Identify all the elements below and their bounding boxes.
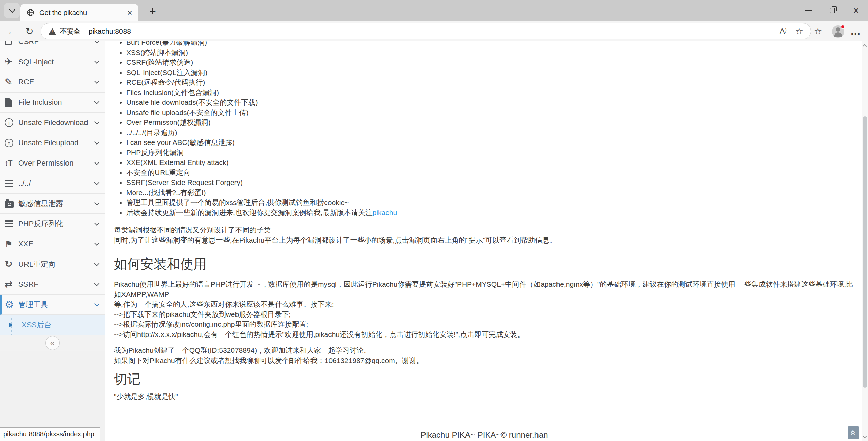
install-paragraph: Pikachu使用世界上最好的语言PHP进行开发_-_, 数据库使用的是mysq…: [114, 279, 854, 339]
chevron-down-icon: [94, 41, 100, 44]
list-item: ../../../(目录遍历): [126, 128, 854, 138]
sidebar-item-File Inclusion[interactable]: File Inclusion: [0, 93, 105, 113]
heading-remember: 切记: [114, 371, 854, 387]
gear-icon: [5, 300, 14, 310]
chevron-down-icon: [94, 301, 100, 307]
text-height-icon: [5, 159, 12, 167]
list-item: SSRF(Server-Side Request Forgery): [126, 177, 854, 188]
notification-dot: [841, 25, 845, 29]
browser-toolbar: ← ↻ 不安全 pikachu:8088 A) ☆ ☆≡ …: [0, 21, 868, 41]
sidebar-item-RCE[interactable]: RCE: [0, 72, 105, 93]
chevron-down-icon: [94, 79, 100, 84]
sidebar-item-PHP反序列化[interactable]: PHP反序列化: [0, 214, 105, 234]
rotate-right-icon: [5, 260, 13, 269]
paragraph-line: -->把下载下来的pikachu文件夹放到web服务器根目录下;: [114, 309, 854, 320]
sidebar-item-管理工具[interactable]: 管理工具: [0, 295, 105, 315]
heading-install: 如何安装和使用: [114, 256, 854, 272]
more-options-icon[interactable]: …: [847, 21, 864, 41]
paragraph-line: Pikachu使用世界上最好的语言PHP进行开发_-_, 数据库使用的是mysq…: [114, 279, 854, 299]
paragraph-line: 等,作为一个搞安全的人,这些东西对你来说应该不是什么难事。接下来:: [114, 299, 854, 309]
paragraph-line: 如果阁下对Pikachu有什么建议或者想找我聊聊可以发个邮件给我：1061321…: [114, 356, 854, 366]
back-to-top-button[interactable]: «: [848, 426, 859, 439]
sidebar-item-CSRF[interactable]: CSRF: [0, 41, 105, 52]
list-item: 不安全的URL重定向: [126, 168, 854, 178]
sidebar-item-URL重定向[interactable]: URL重定向: [0, 254, 105, 275]
sidebar-item-SSRF[interactable]: SSRF: [0, 274, 105, 295]
list-item: PHP反序列化漏洞: [126, 148, 854, 158]
scroll-down-icon[interactable]: [863, 434, 867, 438]
sidebar-item-Over Permission[interactable]: Over Permission: [0, 153, 105, 174]
warning-icon: [49, 28, 56, 35]
status-bar-url: pikachu:8088/pkxss/index.php: [0, 427, 100, 441]
list-item: CSRF(跨站请求伪造): [126, 57, 854, 68]
address-bar[interactable]: 不安全 pikachu:8088 A) ☆: [41, 23, 811, 39]
list-item: More...(找找看?..有彩蛋!): [126, 188, 854, 198]
main-content: Burt Force(暴力破解漏洞) XSS(跨站脚本漏洞) CSRF(跨站请求…: [105, 41, 868, 441]
list-item: XSS(跨站脚本漏洞): [126, 47, 854, 58]
pikachu-link[interactable]: pikachu: [373, 209, 397, 216]
list-item: 管理工具里面提供了一个简易的xss管理后台,供你测试钓鱼和捞cookie~: [126, 197, 854, 208]
chevron-down-icon: [94, 99, 100, 104]
chevron-down-icon: [94, 139, 100, 145]
sidebar-item-Unsafe Filedownload[interactable]: Unsafe Filedownload: [0, 113, 105, 133]
minimize-button[interactable]: [797, 0, 820, 21]
camera-icon: [5, 201, 14, 208]
file-icon: [5, 98, 12, 107]
sidebar-item-Unsafe Fileupload[interactable]: Unsafe Fileupload: [0, 133, 105, 153]
exchange-icon: [5, 280, 13, 289]
tab-search-button[interactable]: [4, 3, 20, 18]
align-justify-icon: [5, 220, 13, 227]
paragraph-line: -->访问http://x.x.x.x/pikachu,会有一个红色的热情提示"…: [114, 329, 854, 340]
sidebar-item-XXE[interactable]: XXE: [0, 234, 105, 254]
intro-paragraph: 每类漏洞根据不同的情况又分别设计了不同的子类 同时,为了让这些漏洞变的有意思一些…: [114, 225, 854, 245]
chevron-down-icon: [94, 220, 100, 226]
qq-paragraph: 我为Pikachu创建了一个QQ群(ID:532078894)，欢迎加进来和大家…: [114, 345, 854, 365]
read-aloud-icon[interactable]: A): [780, 27, 787, 36]
external-link-square-icon: [5, 41, 12, 45]
restore-button[interactable]: [820, 0, 844, 21]
url-text[interactable]: pikachu:8088: [89, 27, 780, 35]
profile-avatar[interactable]: [832, 25, 844, 38]
sidebar-item-SQL-Inject[interactable]: SQL-Inject: [0, 52, 105, 73]
chevron-down-icon: [94, 261, 100, 266]
window-controls: ×: [797, 0, 868, 21]
sidebar-subitem-xss-backend[interactable]: XSS后台: [0, 315, 105, 335]
chevron-down-icon: [9, 6, 15, 13]
list-item: Unsafe file downloads(不安全的文件下载): [126, 97, 854, 108]
list-item: Burt Force(暴力破解漏洞): [126, 41, 854, 47]
reload-button[interactable]: ↻: [21, 21, 38, 41]
list-item: XXE(XML External Entity attack): [126, 157, 854, 168]
chevron-down-icon: [94, 241, 100, 246]
scroll-up-icon[interactable]: [863, 44, 867, 49]
subitem-label: XSS后台: [22, 320, 52, 330]
vertical-scrollbar[interactable]: [862, 41, 868, 441]
upload-circle-icon: [5, 139, 13, 147]
globe-icon: [26, 8, 35, 17]
scrollbar-thumb[interactable]: [863, 116, 867, 388]
flag-icon: [5, 239, 13, 248]
back-button[interactable]: ←: [3, 21, 20, 41]
close-window-button[interactable]: ×: [844, 0, 868, 21]
list-item: Files Inclusion(文件包含漏洞): [126, 88, 854, 98]
browser-tab[interactable]: Get the pikachu ×: [20, 4, 138, 21]
list-item: SQL-Inject(SQL注入漏洞): [126, 68, 854, 78]
new-tab-button[interactable]: +: [145, 3, 160, 18]
sidebar-collapse-row: «: [0, 335, 105, 351]
list-item: Unsafe file uploads(不安全的文件上传): [126, 108, 854, 118]
security-label[interactable]: 不安全: [60, 27, 80, 36]
quote-text: "少就是多,慢就是快": [114, 391, 854, 402]
page-footer: Pikachu PIKA~ PIKA~© runner.han: [114, 421, 854, 441]
tab-bar: Get the pikachu × + ×: [0, 0, 868, 21]
chevron-down-icon: [94, 281, 100, 286]
favorite-star-icon[interactable]: ☆: [795, 26, 803, 37]
favorites-bar-icon[interactable]: ☆≡: [812, 21, 827, 41]
double-chevron-up-icon: «: [848, 430, 859, 435]
sidebar-item-敏感信息泄露[interactable]: 敏感信息泄露: [0, 194, 105, 214]
paragraph-line: 我为Pikachu创建了一个QQ群(ID:532078894)，欢迎加进来和大家…: [114, 345, 854, 356]
minimize-icon: [805, 10, 812, 11]
tab-close-icon[interactable]: ×: [126, 8, 134, 17]
sidebar-collapse-button[interactable]: «: [45, 336, 60, 350]
sidebar-item-../../[interactable]: ../../: [0, 173, 105, 194]
chevron-down-icon: [94, 59, 100, 64]
list-item: Over Permisson(越权漏洞): [126, 117, 854, 128]
